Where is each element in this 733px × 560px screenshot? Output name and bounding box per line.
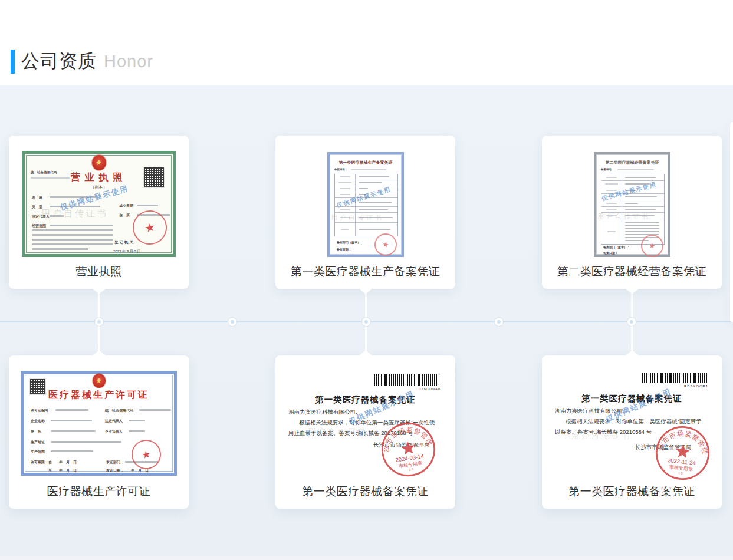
term-line: 许可期限：自 年 月 日: [31, 460, 77, 465]
national-emblem-icon: ★: [93, 374, 106, 388]
certificate-image: 第一类医疗器械生产备案凭证 备案编号： 备案部门（盖章）： 备案日期： ★ 仅供…: [327, 152, 404, 257]
timeline-node: [627, 318, 636, 326]
field-label: 许可证编号: [31, 408, 48, 413]
barcode-text: 07MION48: [374, 387, 441, 391]
credit-code-label: 统一社会信用代码: [31, 170, 57, 174]
honor-page: 公司资质Honor ★ 营业执照 （副本） 统一社会信用代码 名 称 类 型 法…: [0, 0, 733, 560]
timeline-node: [95, 318, 103, 326]
certificate-caption: 第一类医疗器械备案凭证: [542, 484, 722, 499]
field-label: 经营范围: [32, 223, 46, 229]
field-label: 法定代表人: [105, 419, 123, 424]
barcode-icon: [642, 373, 708, 383]
field-label: 类 型: [32, 205, 42, 210]
record-no-label: 备案编号：: [601, 168, 614, 171]
certificate-caption: 营业执照: [9, 264, 189, 279]
doc-line: 湖南力宾医疗科技有限公司:: [288, 409, 357, 416]
seal-star: [400, 440, 416, 455]
certificate-image: 第二类医疗器械经营备案凭证 备案编号：: [594, 152, 670, 257]
field-label: 住 所: [31, 429, 41, 434]
seal-star: ★: [141, 447, 152, 461]
term-line: 至 年 月 日: [48, 468, 77, 473]
barcode-icon: [374, 374, 441, 386]
next-section-edge: [0, 556, 733, 560]
business-license-image: ★ 营业执照 （副本） 统一社会信用代码 名 称 类 型 法定代表人 经营范围 …: [22, 151, 176, 257]
cert-title: 医疗器械生产许可证: [24, 389, 174, 401]
certificate-card-class2-operation[interactable]: 第二类医疗器械经营备案凭证 备案编号：: [542, 136, 722, 289]
doc-line: 湖南力宾医疗科技有限公司:: [555, 407, 624, 415]
certificate-card-class1-production[interactable]: 第一类医疗器械生产备案凭证 备案编号： 备案部门（盖章）： 备案日期： ★ 仅供…: [275, 136, 455, 289]
record-dept-line: 备案部门（盖章）：: [603, 245, 630, 249]
red-seal-icon: ★: [130, 207, 170, 248]
issue-dept-line: 发证部门：: [106, 460, 124, 465]
card-pointer: [92, 288, 106, 294]
watermark-gray: 用户自传证书: [41, 208, 109, 219]
national-emblem-icon: ★: [92, 155, 106, 170]
red-seal-icon: 长沙市市场监督管理局 2022-11-24 审核专用章 1-3: [652, 422, 713, 483]
license-date: 2023 年 3 月 8 日: [113, 249, 140, 254]
seal-number: 1-3: [678, 471, 683, 475]
cert-title: 第一类医疗器械备案凭证: [275, 394, 455, 406]
certificate-card-class1-record-1[interactable]: 07MION48 第一类医疗器械备案凭证 湖南力宾医疗科技有限公司: 根据相关法…: [275, 355, 455, 509]
barcode-text: RBSXOCR1: [642, 384, 708, 388]
field-label: 生产范围: [31, 449, 45, 454]
card-pointer: [359, 350, 373, 356]
field-label: 企业负责人: [105, 429, 123, 434]
page-title: 公司资质Honor: [21, 48, 153, 74]
title-accent-bar: [11, 50, 15, 74]
record-date-line: 备案日期：: [337, 248, 351, 251]
card-pointer: [359, 288, 373, 294]
timeline-node: [228, 318, 236, 326]
field-label: 成立日期: [119, 203, 133, 209]
page-title-cn: 公司资质: [21, 51, 97, 71]
seal-star: ★: [143, 219, 157, 235]
record-date-line: 备案日期：: [603, 251, 618, 255]
qr-code-icon: [143, 167, 165, 188]
cert-title: 第一类医疗器械备案凭证: [542, 393, 722, 404]
field-label: 生产地址: [31, 440, 45, 445]
certificate-card-business-license[interactable]: ★ 营业执照 （副本） 统一社会信用代码 名 称 类 型 法定代表人 经营范围 …: [9, 136, 189, 289]
doc-line: 以备案。备案号:湘长械备 20210584 号: [555, 429, 652, 436]
seal-star: ★: [649, 241, 656, 250]
field-label: 住 所: [119, 213, 130, 218]
cert-title: 第一类医疗器械生产备案凭证: [330, 160, 402, 166]
seal-star: [675, 444, 691, 459]
certificate-caption: 医疗器械生产许可证: [9, 484, 189, 499]
field-label: 法定代表人: [32, 214, 50, 219]
seal-number: 1-3: [409, 467, 413, 472]
record-no-label: 备案编号：: [334, 168, 348, 171]
card-pointer: [625, 288, 639, 294]
partial-next-card: [730, 122, 733, 322]
red-seal-icon: ★: [129, 437, 163, 472]
timeline-node: [362, 318, 370, 326]
certificate-caption: 第一类医疗器械生产备案凭证: [275, 264, 455, 279]
card-pointer: [625, 350, 639, 356]
page-title-en: Honor: [104, 52, 153, 71]
cert-title: 第二类医疗器械经营备案凭证: [596, 160, 668, 166]
certificate-card-production-licence[interactable]: ★ 医疗器械生产许可证 许可证编号 统一社会信用代码 企业名称 法定代表人 住 …: [9, 355, 189, 509]
seal-star: ★: [382, 240, 389, 249]
certificate-caption: 第一类医疗器械备案凭证: [275, 484, 455, 499]
field-label: 名 称: [32, 195, 42, 200]
timeline-node: [495, 318, 503, 326]
licence-image: ★ 医疗器械生产许可证 许可证编号 统一社会信用代码 企业名称 法定代表人 住 …: [21, 371, 177, 476]
field-label: 企业名称: [31, 419, 45, 424]
certificate-caption: 第二类医疗器械经营备案凭证: [542, 264, 722, 279]
certificate-card-class1-record-2[interactable]: RBSXOCR1 第一类医疗器械备案凭证 湖南力宾医疗科技有限公司: 根据相关法…: [542, 355, 722, 509]
field-label: 统一社会信用代码: [105, 408, 133, 413]
issuer-label: 登记机关: [114, 240, 134, 245]
red-seal-icon: 长沙市市场监督管理局 2024-03-14 审核专用章 1-3: [377, 418, 440, 481]
card-pointer: [92, 350, 106, 356]
section-header: 公司资质Honor: [0, 0, 733, 85]
record-dept-line: 备案部门（盖章）：: [337, 241, 363, 244]
